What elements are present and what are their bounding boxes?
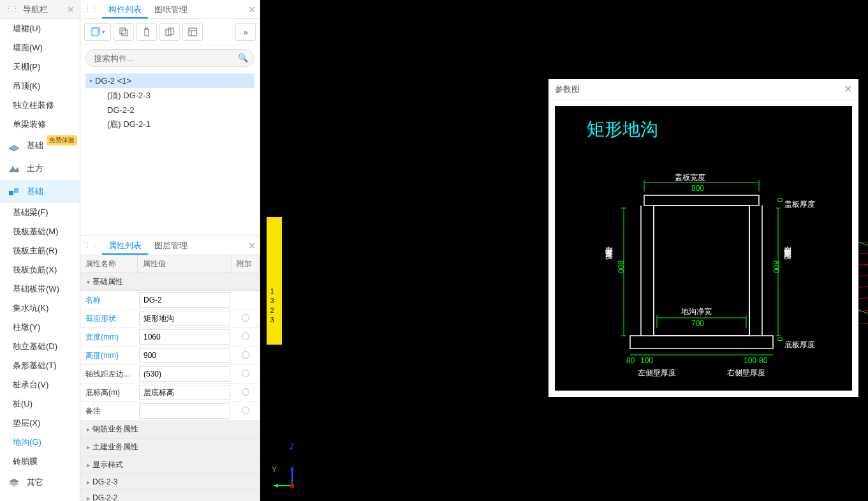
nav-item[interactable]: 独立基础(D) (0, 337, 80, 356)
comp-tabs: ⋮⋮ 构件列表 图纸管理 ✕ (80, 0, 260, 19)
prop-extra[interactable] (232, 351, 260, 361)
close-icon[interactable]: ✕ (67, 4, 75, 15)
nav-item-ditch[interactable]: 地沟(G) (0, 433, 80, 452)
nav-item[interactable]: 单梁装修 (0, 115, 80, 134)
nav-item[interactable]: 砖胎膜 (0, 452, 80, 471)
nav-item[interactable]: 桩承台(V) (0, 375, 80, 394)
modal-header: 参数图 ✕ (548, 79, 858, 100)
prop-group-basic[interactable]: ▾基础属性 (80, 273, 260, 291)
nav-item[interactable]: 条形基础(T) (0, 356, 80, 375)
extra-toggle-icon[interactable] (242, 333, 249, 340)
nav-item[interactable]: 墙裙(U) (0, 19, 80, 38)
prop-value-cell (138, 384, 232, 401)
prop-value-input[interactable] (139, 311, 230, 326)
duplicate-button[interactable] (159, 23, 180, 41)
nav-category-custom[interactable]: 自定义 (0, 494, 80, 501)
prop-value-input[interactable] (139, 366, 230, 382)
extra-toggle-icon[interactable] (242, 351, 249, 359)
nav-item[interactable]: 吊顶(K) (0, 77, 80, 96)
tab-component-list[interactable]: 构件列表 (102, 1, 148, 19)
svg-rect-1 (14, 188, 18, 193)
modal-body: 矩形地沟 盖板宽度 800 0 盖板厚度 左侧壁高度 800 800 右侧壁高度… (548, 100, 858, 397)
extra-toggle-icon[interactable] (242, 370, 249, 377)
tree-child[interactable]: (底) DG-2-1 (85, 117, 254, 132)
prop-extra[interactable] (232, 388, 260, 398)
nav-item[interactable]: 基础梁(F) (0, 203, 80, 222)
nav-item[interactable]: 垫层(X) (0, 414, 80, 433)
svg-rect-2 (92, 28, 98, 36)
tab-layer-mgmt[interactable]: 图层管理 (148, 237, 194, 255)
axis-y-label: Y (272, 465, 277, 474)
nav-item[interactable]: 柱墩(Y) (0, 318, 80, 337)
prop-extra[interactable] (232, 370, 260, 379)
delete-button[interactable] (136, 23, 157, 41)
close-icon[interactable]: ✕ (248, 4, 256, 15)
svg-rect-29 (290, 484, 294, 488)
nav-item[interactable]: 墙面(W) (0, 38, 80, 57)
close-icon[interactable]: ✕ (844, 83, 852, 95)
nav-category-foundation2[interactable]: 基础 (0, 180, 80, 203)
col-value: 属性值 (138, 255, 232, 273)
new-button[interactable]: ▾ (84, 23, 111, 41)
nav-category-earth[interactable]: 土方 (0, 157, 80, 180)
prop-value-input[interactable] (139, 292, 230, 308)
nav-category-other[interactable]: 其它 (0, 471, 80, 494)
prop-value-input[interactable] (139, 403, 230, 419)
layers-icon (6, 476, 22, 489)
nav-item[interactable]: 筏板主筋(R) (0, 241, 80, 260)
prop-name: 备注 (80, 403, 138, 419)
svg-text:3: 3 (270, 297, 274, 304)
nav-item[interactable]: 基础板带(W) (0, 280, 80, 299)
prop-value-input[interactable] (139, 329, 230, 345)
prop-extra[interactable] (232, 314, 260, 324)
tree-child[interactable]: DG-2-2 (85, 103, 254, 117)
search-input[interactable] (85, 49, 254, 67)
nav-item[interactable]: 集水坑(K) (0, 299, 80, 318)
mountain-icon (6, 162, 22, 175)
nav-item[interactable]: 桩(U) (0, 394, 80, 414)
cube-stack-icon (6, 139, 22, 152)
nav-item[interactable]: 独立柱装修 (0, 96, 80, 115)
prop-value-input[interactable] (139, 385, 230, 400)
svg-text:2: 2 (270, 307, 274, 314)
tab-drawing-mgmt[interactable]: 图纸管理 (148, 1, 194, 19)
copy-button[interactable] (114, 23, 134, 41)
tree-root[interactable]: ▾DG-2 <1> (85, 73, 254, 88)
extra-toggle-icon[interactable] (242, 314, 249, 322)
chevron-right-icon: ▸ (87, 444, 90, 451)
prop-extra[interactable] (232, 333, 260, 342)
prop-value-cell (138, 328, 232, 346)
nav-item[interactable]: 筏板基础(M) (0, 222, 80, 241)
nav-panel: ⋮⋮ 导航栏 ✕ 墙裙(U) 墙面(W) 天棚(P) 吊顶(K) 独立柱装修 单… (0, 0, 80, 501)
grip-icon: ⋮⋮ (84, 241, 98, 250)
nav-item[interactable]: 筏板负筋(X) (0, 260, 80, 280)
canvas-viewport[interactable]: A4 A3 02 03 3526 3428 1323 Z Y (260, 0, 868, 501)
prop-value-cell (138, 347, 232, 364)
comp-toolbar: ▾ » (80, 19, 260, 45)
tree-child[interactable]: (顶) DG-2-3 (85, 88, 254, 103)
more-button[interactable]: » (235, 23, 256, 41)
search-icon[interactable]: 🔍 (238, 53, 248, 63)
nav-category-foundation1[interactable]: 基础 免费体验 (0, 134, 80, 157)
tab-property-list[interactable]: 属性列表 (102, 237, 148, 255)
close-icon[interactable]: ✕ (248, 241, 256, 251)
prop-group[interactable]: ▸显示样式 (80, 456, 260, 474)
prop-name: 底标高(m) (80, 385, 138, 401)
prop-group[interactable]: ▸DG-2-3 (80, 474, 260, 490)
extra-toggle-icon[interactable] (242, 388, 249, 396)
prop-row: 轴线距左边... (80, 365, 260, 384)
prop-group[interactable]: ▸DG-2-2 (80, 490, 260, 501)
layer-button[interactable] (182, 23, 203, 41)
property-panel: ⋮⋮ 属性列表 图层管理 ✕ 属性名称 属性值 附加 ▾基础属性 名称截面形状宽… (80, 236, 260, 501)
prop-extra[interactable] (232, 407, 260, 416)
nav-item[interactable]: 天棚(P) (0, 57, 80, 77)
prop-value-input[interactable] (139, 348, 230, 363)
svg-rect-7 (189, 28, 196, 36)
svg-rect-43 (644, 195, 759, 206)
axis-indicator: Z Y (273, 467, 305, 492)
extra-toggle-icon[interactable] (242, 407, 249, 414)
modal-title: 参数图 (555, 84, 844, 95)
prop-group[interactable]: ▸土建业务属性 (80, 438, 260, 456)
prop-group[interactable]: ▸钢筋业务属性 (80, 421, 260, 438)
prop-row: 名称 (80, 291, 260, 310)
